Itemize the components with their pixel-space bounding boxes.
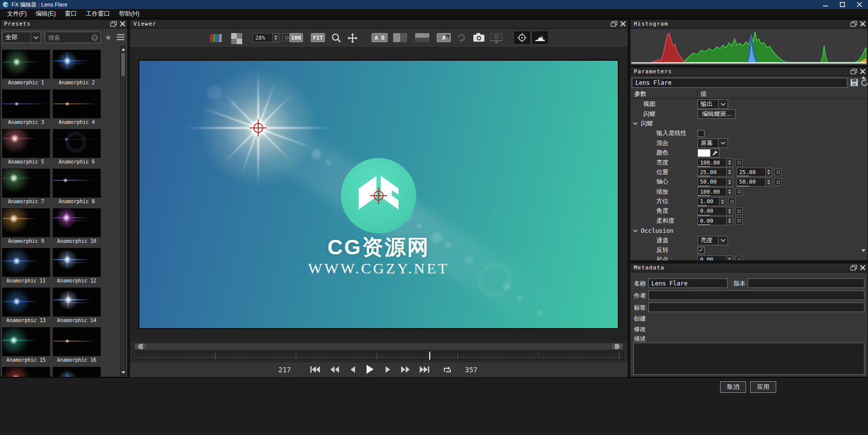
- preset-item[interactable]: Anamorphic 18: [53, 367, 101, 377]
- load-snapshot-icon[interactable]: [490, 33, 502, 43]
- menu-help[interactable]: 帮助(H): [115, 9, 143, 19]
- zoom-spinner[interactable]: [273, 33, 279, 42]
- expression-box-button[interactable]: [735, 217, 743, 225]
- number-field[interactable]: 50.00: [737, 178, 766, 187]
- cancel-button[interactable]: 取消: [720, 381, 746, 393]
- preset-item[interactable]: Anamorphic 5: [2, 129, 50, 165]
- params-scroll-up-icon[interactable]: [861, 69, 865, 76]
- end-frame[interactable]: 357: [465, 366, 477, 374]
- apply-button[interactable]: 应用: [750, 381, 776, 393]
- number-field[interactable]: 100.00: [698, 158, 727, 167]
- refresh-icon[interactable]: [457, 33, 466, 42]
- preset-thumbnail[interactable]: [53, 208, 101, 237]
- close-panel-icon[interactable]: [120, 21, 125, 27]
- expression-box-button[interactable]: [735, 207, 743, 215]
- preset-thumbnail[interactable]: [53, 287, 101, 317]
- preset-item[interactable]: Anamorphic 9: [2, 208, 50, 244]
- hscroll-left-cap[interactable]: [135, 344, 146, 349]
- preset-item[interactable]: Anamorphic 11: [2, 248, 50, 283]
- float-panel-icon[interactable]: [611, 21, 617, 27]
- eyedropper-icon[interactable]: [711, 149, 720, 158]
- param-dropdown[interactable]: 输出: [698, 99, 728, 109]
- number-field[interactable]: 0.00: [698, 255, 727, 260]
- chevron-down-icon[interactable]: [718, 139, 728, 148]
- scrollbar-thumb[interactable]: [121, 53, 125, 76]
- playhead[interactable]: [429, 352, 430, 360]
- transparency-checker-icon[interactable]: [231, 33, 242, 44]
- preset-thumbnail[interactable]: [2, 208, 50, 237]
- preset-thumbnail[interactable]: [2, 327, 50, 356]
- preset-item[interactable]: Anamorphic 12: [53, 248, 101, 283]
- spinner-buttons[interactable]: [727, 216, 733, 225]
- param-dropdown[interactable]: 亮度: [698, 236, 728, 245]
- expression-box-button[interactable]: [735, 188, 743, 196]
- spinner-buttons[interactable]: [727, 255, 733, 260]
- chevron-down-icon[interactable]: [718, 236, 728, 245]
- zoom-level-field[interactable]: 28%: [253, 33, 273, 42]
- preview-image[interactable]: CG资源网 WWW.CGZY.NET: [138, 60, 619, 329]
- menu-file[interactable]: 文件(F): [3, 9, 31, 19]
- spinner-buttons[interactable]: [727, 178, 733, 187]
- edit-flare-button[interactable]: 编辑耀斑...: [698, 109, 736, 119]
- scroll-up-icon[interactable]: [121, 46, 125, 52]
- preset-item[interactable]: Anamorphic 2: [53, 50, 101, 85]
- minimize-button[interactable]: [817, 0, 834, 9]
- preset-thumbnail[interactable]: [53, 327, 101, 356]
- step-forward-button[interactable]: [386, 366, 390, 373]
- preset-thumbnail[interactable]: [53, 129, 101, 158]
- param-checkbox[interactable]: ✓: [698, 247, 705, 254]
- flare-position-crosshair[interactable]: [250, 119, 267, 136]
- preset-thumbnail[interactable]: [2, 287, 50, 317]
- float-panel-icon[interactable]: [110, 21, 117, 27]
- timeline-ruler[interactable]: [134, 352, 624, 360]
- rewind-button[interactable]: [330, 366, 339, 373]
- zoom-100-button[interactable]: 100: [289, 33, 303, 42]
- number-field[interactable]: 100.00: [698, 187, 727, 196]
- scroll-down-icon[interactable]: [121, 369, 125, 375]
- meta-description-input[interactable]: [633, 343, 864, 375]
- snapshot-camera-icon[interactable]: [473, 33, 484, 42]
- go-start-button[interactable]: [310, 366, 320, 373]
- magnifier-icon[interactable]: [331, 33, 341, 43]
- spinner-buttons[interactable]: [727, 187, 733, 196]
- chevron-down-icon[interactable]: [633, 122, 638, 125]
- spinner-buttons[interactable]: [727, 168, 733, 177]
- hscroll-right-cap[interactable]: [612, 344, 623, 349]
- menu-workspace[interactable]: 工作窗口: [82, 9, 114, 19]
- preset-thumbnail[interactable]: [2, 367, 50, 377]
- close-panel-icon[interactable]: [860, 265, 865, 270]
- viewer-canvas[interactable]: CG资源网 WWW.CGZY.NET: [130, 48, 628, 342]
- preset-item[interactable]: Anamorphic 17: [2, 367, 50, 377]
- meta-tags-input[interactable]: [648, 303, 864, 312]
- preset-thumbnail[interactable]: [53, 367, 101, 377]
- preset-item[interactable]: Anamorphic 1: [2, 50, 50, 85]
- compare-ab-button[interactable]: A B: [372, 33, 388, 42]
- play-button[interactable]: [367, 365, 374, 374]
- preset-thumbnail[interactable]: [2, 129, 50, 158]
- preset-thumbnail[interactable]: [53, 50, 101, 79]
- preset-item[interactable]: Anamorphic 16: [53, 327, 101, 363]
- expression-box-button[interactable]: [774, 178, 782, 186]
- preset-thumbnail[interactable]: [2, 50, 50, 79]
- param-checkbox[interactable]: [698, 130, 705, 137]
- expression-box-button[interactable]: [728, 198, 736, 205]
- save-preset-icon[interactable]: [850, 79, 858, 86]
- spinner-buttons[interactable]: [766, 168, 772, 177]
- viewer-hscrollbar[interactable]: [134, 343, 624, 350]
- meta-version-input[interactable]: [748, 278, 864, 288]
- spinner-buttons[interactable]: [766, 178, 772, 187]
- chevron-down-icon[interactable]: [718, 100, 728, 108]
- number-field[interactable]: 0.00: [698, 207, 727, 216]
- float-panel-icon[interactable]: [850, 265, 857, 270]
- split-horizontal-icon[interactable]: [415, 33, 429, 42]
- compare-a-button[interactable]: A: [437, 33, 451, 42]
- number-field[interactable]: 50.00: [698, 178, 727, 187]
- spinner-buttons[interactable]: [720, 197, 726, 206]
- expression-box-button[interactable]: [735, 159, 743, 167]
- number-field[interactable]: 25.00: [698, 168, 727, 177]
- meta-name-input[interactable]: [648, 278, 728, 288]
- close-panel-icon[interactable]: [620, 21, 626, 27]
- spinner-buttons[interactable]: [727, 207, 733, 216]
- effect-name-field[interactable]: [632, 78, 847, 88]
- expression-box-button[interactable]: [774, 169, 782, 176]
